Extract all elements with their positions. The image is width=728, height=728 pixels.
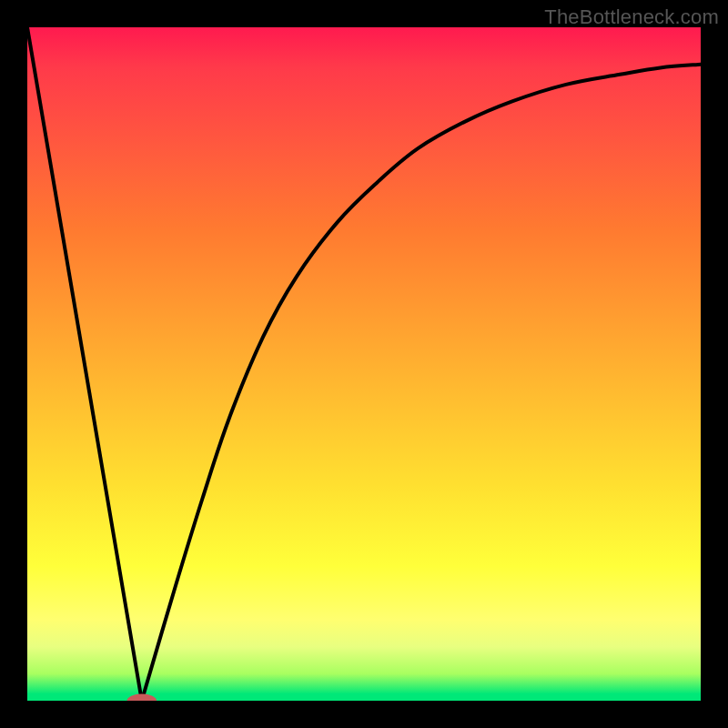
watermark-text: TheBottleneck.com [544,5,719,29]
chart-svg [27,27,701,701]
min-marker [127,694,157,701]
chart-container: TheBottleneck.com [0,0,728,728]
series-right-curve [142,65,701,701]
plot-area [27,27,701,701]
series-left-segment [27,27,142,701]
